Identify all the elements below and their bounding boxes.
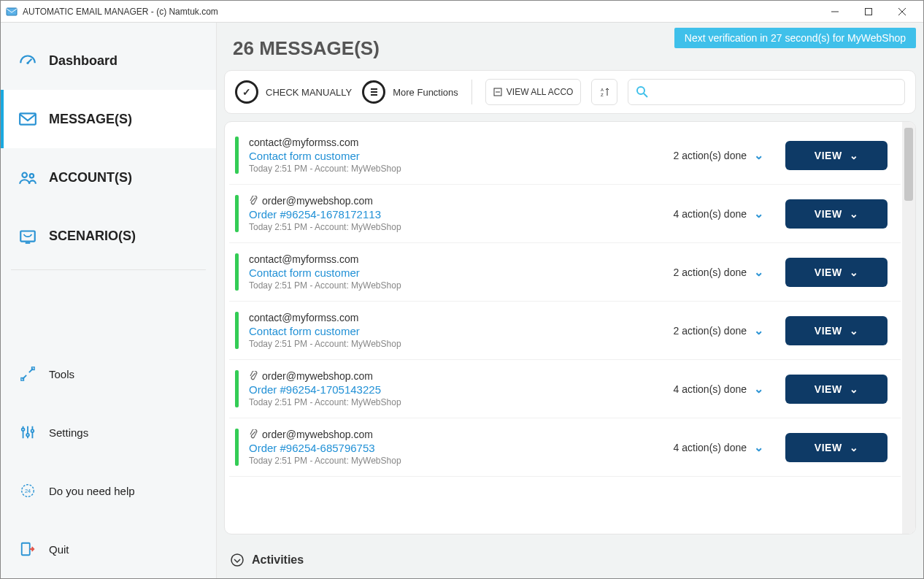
svg-text:24: 24	[25, 488, 31, 494]
sort-button[interactable]: AZ	[591, 79, 617, 105]
sidebar-item-quit[interactable]: Quit	[1, 520, 216, 578]
message-info: order@mywebshop.com Order #96254-1678172…	[249, 195, 674, 232]
sidebar-item-help[interactable]: 24 Do you need help	[1, 461, 216, 520]
message-subject[interactable]: Contact form customer	[249, 325, 674, 337]
message-subject[interactable]: Order #96254-1705143225	[249, 383, 674, 396]
messages-list: contact@myformss.com Contact form custom…	[225, 122, 902, 534]
chevron-down-icon: ⌄	[754, 323, 763, 337]
sidebar-item-settings[interactable]: Settings	[1, 403, 216, 461]
sidebar-item-label: Tools	[49, 368, 74, 380]
message-from: contact@myformss.com	[249, 253, 674, 265]
actions-expand[interactable]: 2 action(s) done ⌄	[674, 323, 763, 337]
message-row: order@mywebshop.com Order #96254-1705143…	[229, 360, 901, 418]
chevron-down-icon: ⌄	[754, 440, 763, 454]
svg-rect-21	[22, 543, 30, 556]
sidebar-divider	[11, 269, 206, 345]
quit-icon	[17, 541, 39, 557]
actions-expand[interactable]: 2 action(s) done ⌄	[674, 265, 763, 279]
svg-rect-7	[20, 113, 36, 124]
svg-line-30	[644, 93, 647, 97]
view-button[interactable]: VIEW ⌄	[785, 433, 888, 462]
message-subject[interactable]: Order #96254-1678172113	[249, 208, 674, 221]
minimize-button[interactable]	[818, 1, 852, 22]
list-icon	[362, 80, 385, 104]
message-row: order@mywebshop.com Order #96254-6857967…	[229, 418, 901, 477]
sidebar-item-label: Quit	[49, 543, 69, 556]
tools-icon	[17, 366, 39, 382]
close-button[interactable]	[885, 1, 919, 22]
message-meta: Today 2:51 PM - Account: MyWebShop	[249, 164, 674, 174]
svg-point-8	[22, 173, 27, 178]
status-accent	[235, 312, 239, 349]
app-icon	[5, 5, 18, 18]
chevron-down-icon: ⌄	[754, 207, 763, 221]
sidebar-item-scenarios[interactable]: SCENARIO(S)	[1, 207, 216, 265]
chevron-down-icon: ⌄	[850, 383, 859, 395]
sidebar-item-label: ACCOUNT(S)	[49, 170, 132, 185]
message-meta: Today 2:51 PM - Account: MyWebShop	[249, 222, 674, 232]
titlebar: AUTOMATIC EMAIL MANAGER - (c) Namtuk.com	[1, 1, 923, 23]
actions-expand[interactable]: 4 action(s) done ⌄	[674, 440, 763, 454]
svg-point-17	[26, 434, 29, 437]
message-row: contact@myformss.com Contact form custom…	[229, 126, 901, 185]
settings-icon	[17, 424, 39, 440]
svg-rect-11	[21, 378, 24, 381]
help-icon: 24	[17, 483, 39, 499]
message-from: order@mywebshop.com	[249, 195, 674, 207]
filter-icon	[493, 88, 502, 96]
search-box[interactable]	[628, 79, 905, 105]
sidebar-item-label: Dashboard	[49, 53, 118, 69]
check-manually-button[interactable]: ✓ CHECK MANUALLY	[235, 80, 352, 104]
sidebar-item-accounts[interactable]: ACCOUNT(S)	[1, 148, 216, 207]
attachment-icon	[249, 196, 258, 206]
message-subject[interactable]: Contact form customer	[249, 150, 674, 162]
svg-point-18	[31, 429, 34, 432]
gauge-icon	[17, 51, 39, 70]
message-from: contact@myformss.com	[249, 312, 674, 323]
more-functions-button[interactable]: More Functions	[362, 80, 458, 104]
svg-rect-2	[866, 8, 872, 15]
activities-toggle[interactable]: Activities	[217, 542, 923, 578]
message-meta: Today 2:51 PM - Account: MyWebShop	[249, 456, 674, 466]
message-info: order@mywebshop.com Order #96254-6857967…	[249, 429, 674, 466]
view-button[interactable]: VIEW ⌄	[785, 375, 888, 404]
activities-label: Activities	[252, 553, 304, 567]
actions-expand[interactable]: 4 action(s) done ⌄	[674, 207, 763, 221]
status-accent	[235, 429, 239, 466]
svg-point-31	[231, 554, 243, 566]
sidebar-item-dashboard[interactable]: Dashboard	[1, 31, 216, 90]
actions-expand[interactable]: 2 action(s) done ⌄	[674, 148, 763, 162]
svg-point-16	[22, 429, 25, 432]
view-button[interactable]: VIEW ⌄	[785, 316, 888, 345]
message-meta: Today 2:51 PM - Account: MyWebShop	[249, 397, 674, 407]
status-accent	[235, 137, 239, 174]
scroll-thumb[interactable]	[904, 128, 913, 201]
scenario-icon	[17, 226, 39, 245]
view-button[interactable]: VIEW ⌄	[785, 199, 888, 229]
maximize-button[interactable]	[852, 1, 885, 22]
sidebar-item-label: SCENARIO(S)	[49, 229, 136, 244]
sidebar-item-tools[interactable]: Tools	[1, 345, 216, 403]
message-subject[interactable]: Contact form customer	[249, 267, 674, 279]
message-from: contact@myformss.com	[249, 137, 674, 148]
view-button[interactable]: VIEW ⌄	[785, 258, 888, 287]
status-accent	[235, 253, 239, 291]
message-subject[interactable]: Order #96254-685796753	[249, 442, 674, 454]
message-row: contact@myformss.com Contact form custom…	[229, 302, 901, 360]
toolbar: ✓ CHECK MANUALLY More Functions VIEW ALL…	[224, 70, 916, 114]
filter-label: VIEW ALL ACCO	[507, 87, 574, 97]
toolbar-separator	[471, 80, 472, 104]
chevron-down-icon: ⌄	[850, 325, 859, 337]
sidebar-item-messages[interactable]: MESSAGE(S)	[1, 90, 216, 148]
scrollbar[interactable]	[902, 122, 915, 534]
svg-point-6	[26, 62, 28, 64]
view-button[interactable]: VIEW ⌄	[785, 141, 888, 170]
chevron-down-icon: ⌄	[850, 267, 859, 278]
svg-text:A: A	[601, 88, 604, 92]
message-info: contact@myformss.com Contact form custom…	[249, 312, 674, 349]
actions-expand[interactable]: 4 action(s) done ⌄	[674, 382, 763, 396]
message-row: contact@myformss.com Contact form custom…	[229, 243, 901, 302]
search-input[interactable]	[649, 86, 897, 98]
account-filter[interactable]: VIEW ALL ACCO	[485, 79, 582, 105]
svg-point-29	[637, 87, 644, 94]
